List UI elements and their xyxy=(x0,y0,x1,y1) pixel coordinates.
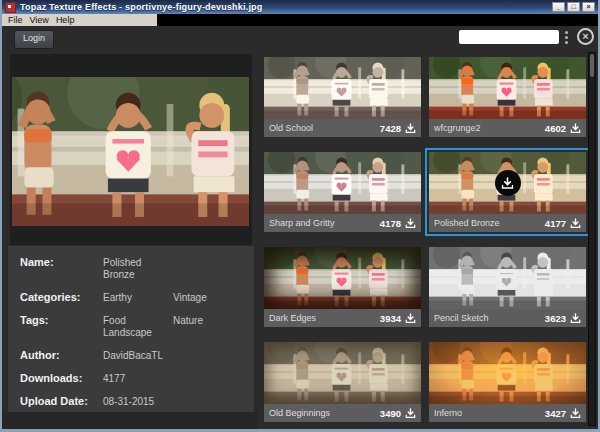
detail-label: Upload Date: xyxy=(20,395,103,407)
effect-card[interactable]: Inferno 3427 xyxy=(429,342,586,422)
effect-label-bar: Pencil Sketch 3623 xyxy=(429,309,586,327)
menu-bar: File View Help xyxy=(2,14,598,26)
close-button[interactable]: × xyxy=(582,2,595,12)
effect-card[interactable]: Sharp and Gritty 4178 xyxy=(264,152,421,232)
minimize-button[interactable]: _ xyxy=(552,2,565,12)
effect-downloads-count: 3427 xyxy=(545,408,566,419)
effect-downloads-count: 3490 xyxy=(380,408,401,419)
download-icon[interactable] xyxy=(570,313,581,324)
detail-row: Name:Polished Bronze xyxy=(20,256,254,281)
effect-downloads-count: 4602 xyxy=(545,123,566,134)
detail-value: Earthy xyxy=(103,291,173,304)
scrollbar[interactable] xyxy=(588,52,596,426)
effect-card[interactable]: Dark Edges 3934 xyxy=(264,247,421,327)
panel-close-button[interactable]: × xyxy=(577,28,594,45)
detail-value: Nature xyxy=(173,314,243,327)
effect-label-bar: Old Beginnings 3490 xyxy=(264,404,421,422)
effect-card[interactable]: Pencil Sketch 3623 xyxy=(429,247,586,327)
effect-label-bar: Polished Bronze 4177 xyxy=(429,214,586,232)
effect-name: Inferno xyxy=(434,408,462,418)
menu-file[interactable]: File xyxy=(8,15,30,25)
effect-card[interactable]: Old Beginnings 3490 xyxy=(264,342,421,422)
effect-downloads-count: 4177 xyxy=(545,218,566,229)
effect-name: wfcgrunge2 xyxy=(434,123,481,133)
effect-name: Old Beginnings xyxy=(269,408,330,418)
download-icon xyxy=(501,177,514,190)
scrollbar-thumb[interactable] xyxy=(590,54,594,77)
details-panel: Name:Polished BronzeCategories:EarthyVin… xyxy=(8,246,254,412)
detail-row: Categories:EarthyVintage xyxy=(20,291,254,304)
detail-value: FoodLandscape xyxy=(103,314,173,339)
effect-name: Pencil Sketch xyxy=(434,313,489,323)
maximize-button[interactable]: □ xyxy=(567,2,580,12)
search-input[interactable] xyxy=(459,30,559,44)
detail-value: 4177 xyxy=(103,372,173,385)
effect-name: Dark Edges xyxy=(269,313,316,323)
detail-label: Downloads: xyxy=(20,372,103,384)
preview-image xyxy=(12,77,249,226)
download-icon[interactable] xyxy=(570,408,581,419)
menu-help[interactable]: Help xyxy=(56,15,82,25)
effect-downloads-count: 3934 xyxy=(380,313,401,324)
detail-row: Downloads:4177 xyxy=(20,372,254,385)
effect-thumbnail xyxy=(264,57,421,119)
details-footer xyxy=(2,412,258,429)
download-icon[interactable] xyxy=(405,408,416,419)
app-icon xyxy=(5,2,16,13)
effect-downloads-count: 3623 xyxy=(545,313,566,324)
effect-name: Old School xyxy=(269,123,313,133)
title-bar[interactable]: Topaz Texture Effects - sportivnye-figur… xyxy=(2,0,598,14)
detail-label: Categories: xyxy=(20,291,103,303)
effect-thumbnail xyxy=(429,57,586,119)
search-menu-icon[interactable] xyxy=(565,31,569,44)
effect-thumbnail xyxy=(429,342,586,404)
detail-value: Vintage xyxy=(173,291,243,304)
effect-label-bar: Old School 7428 xyxy=(264,119,421,137)
detail-label: Tags: xyxy=(20,314,103,326)
effect-card[interactable]: Old School 7428 xyxy=(264,57,421,137)
effect-card[interactable]: wfcgrunge2 4602 xyxy=(429,57,586,137)
login-button[interactable]: Login xyxy=(14,30,54,49)
effects-grid: Old School 7428 wfcgrunge2 4602 Sharp an… xyxy=(264,57,586,429)
detail-value: DavidBacaTL xyxy=(103,349,173,362)
effect-name: Polished Bronze xyxy=(434,218,500,228)
menu-bar-items: File View Help xyxy=(2,14,157,26)
effect-label-bar: Sharp and Gritty 4178 xyxy=(264,214,421,232)
download-effect-button[interactable] xyxy=(495,170,521,196)
preview-panel xyxy=(10,54,252,245)
detail-value: Polished Bronze xyxy=(103,256,173,281)
download-icon[interactable] xyxy=(570,123,581,134)
app-window: Topaz Texture Effects - sportivnye-figur… xyxy=(0,0,600,432)
effect-downloads-count: 7428 xyxy=(380,123,401,134)
effect-thumbnail xyxy=(264,342,421,404)
effect-downloads-count: 4178 xyxy=(380,218,401,229)
detail-label: Author: xyxy=(20,349,103,361)
effect-label-bar: wfcgrunge2 4602 xyxy=(429,119,586,137)
effect-name: Sharp and Gritty xyxy=(269,218,335,228)
window-title: Topaz Texture Effects - sportivnye-figur… xyxy=(20,2,263,12)
effect-label-bar: Inferno 3427 xyxy=(429,404,586,422)
detail-value: 08-31-2015 xyxy=(103,395,173,408)
detail-label: Name: xyxy=(20,256,103,268)
detail-row: Author:DavidBacaTL xyxy=(20,349,254,362)
detail-row: Tags:FoodLandscapeNature xyxy=(20,314,254,339)
download-icon[interactable] xyxy=(405,123,416,134)
menu-view[interactable]: View xyxy=(30,15,56,25)
download-icon[interactable] xyxy=(405,313,416,324)
effect-thumbnail xyxy=(264,152,421,214)
effect-thumbnail xyxy=(429,247,586,309)
effect-thumbnail xyxy=(264,247,421,309)
close-icon: × xyxy=(582,30,588,42)
effect-label-bar: Dark Edges 3934 xyxy=(264,309,421,327)
download-icon[interactable] xyxy=(570,218,581,229)
effect-card[interactable]: Polished Bronze 4177 xyxy=(429,152,586,232)
download-icon[interactable] xyxy=(405,218,416,229)
details-rows: Name:Polished BronzeCategories:EarthyVin… xyxy=(20,256,254,408)
effect-thumbnail xyxy=(429,152,586,214)
detail-row: Upload Date:08-31-2015 xyxy=(20,395,254,408)
